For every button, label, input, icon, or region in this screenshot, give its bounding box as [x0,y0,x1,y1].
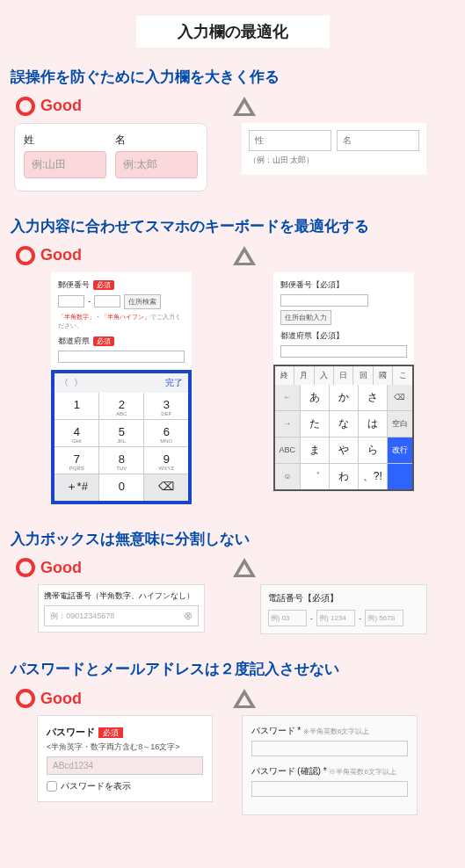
mei-label: 名 [115,133,198,148]
section-heading: パスワードとメールアドレスは２度記入させない [11,659,454,680]
keypad-key[interactable]: 4GHI [54,420,98,446]
phone-part3[interactable]: 例) 5678 [365,610,403,626]
zip2-input[interactable] [94,295,120,307]
keypad-key[interactable]: 7PQRS [54,447,98,474]
address-search-button[interactable]: 住所検索 [124,294,161,309]
password-label: パスワード [47,727,95,737]
suggestion-key[interactable]: 終 [275,366,294,385]
show-password-label: パスワードを表示 [61,780,131,792]
sei-input[interactable]: 例:山田 [24,151,106,178]
clear-icon[interactable]: ⊗ [184,610,193,622]
kana-key[interactable]: ゛ [301,464,329,489]
section-keyboard: 入力内容に合わせてスマホのキーボードを最適化する Good 郵便番号必須 - 住… [11,216,454,504]
keypad-key[interactable]: 1 [54,393,98,419]
pref-input-bad[interactable] [280,345,407,358]
suggestion-key[interactable]: 入 [315,366,333,385]
good-label: Good [40,97,82,115]
done-button[interactable]: 完了 [165,377,183,389]
kana-key[interactable]: わ [330,464,358,489]
section-heading: 誤操作を防ぐために入力欄を大きく作る [11,67,454,88]
example-bad-form: 性 名 （例：山田 太郎） [242,123,426,175]
kana-side-key[interactable]: 空白 [388,411,412,437]
suggestion-key[interactable]: 國 [374,366,392,385]
section-no-split: 入力ボックスは無意味に分割しない Good 携帯電話番号（半角数字、ハイフンなし… [11,529,454,635]
required-badge: 必須 [98,727,123,738]
phone-label: 携帯電話番号（半角数字、ハイフンなし） [44,590,199,602]
zip-note: 「半角数字」・「半角ハイフン」でご入力ください。 [58,313,185,330]
pw2-label: パスワード (確認) * [251,766,327,776]
pw2-input[interactable] [251,781,408,797]
suggestion-key[interactable]: 日 [334,366,352,385]
keypad-key[interactable]: 6MNO [144,420,188,446]
next-icon[interactable]: 〉 [74,378,83,387]
keypad-key[interactable]: 2ABC [99,393,143,419]
keypad-key[interactable]: 5JKL [99,420,143,446]
section-no-repeat: パスワードとメールアドレスは２度記入させない Good パスワード必須 <半角英… [11,659,454,815]
good-label: Good [40,690,82,708]
kana-side-key[interactable] [388,464,412,489]
show-password-checkbox[interactable] [47,781,57,792]
kana-key[interactable]: 、?! [359,464,387,489]
password-good: パスワード必須 <半角英字・数字両方含む8～16文字> ABcd1234 パスワ… [37,715,213,802]
warn-icon [233,558,256,577]
kana-key[interactable]: な [330,411,358,437]
name-hint: （例：山田 太郎） [249,155,419,166]
warn-icon [233,97,256,116]
suggestion-key[interactable]: こ [393,366,411,385]
addr-auto-button[interactable]: 住所自動入力 [280,310,331,325]
phone-field-good: 携帯電話番号（半角数字、ハイフンなし） 例：09012345678 ⊗ [38,584,205,633]
kana-key[interactable]: ら [359,438,387,463]
warn-icon [233,689,256,708]
keypad-key[interactable]: ⌫ [144,474,188,501]
keypad-key[interactable]: ＋*# [54,474,98,501]
keypad-key[interactable]: 8TUV [99,447,143,474]
kana-key[interactable]: は [359,411,387,437]
mei-input-small[interactable]: 名 [337,130,419,151]
kana-side-key[interactable]: ← [275,385,300,410]
kana-key[interactable]: あ [301,385,329,410]
pref-label-bad: 都道府県【必須】 [280,330,407,342]
sei-input-small[interactable]: 性 [249,130,331,151]
section-heading: 入力内容に合わせてスマホのキーボードを最適化する [11,216,454,237]
prev-icon[interactable]: 〈 [60,378,69,387]
kana-side-key[interactable]: ABC [275,438,300,463]
password-input[interactable]: ABcd1234 [47,756,203,775]
phone-part1[interactable]: 例) 03 [268,610,307,626]
phone-good: 郵便番号必須 - 住所検索 「半角数字」・「半角ハイフン」でご入力ください。 都… [51,272,192,504]
suggestion-key[interactable]: 回 [353,366,372,385]
zip-input-bad[interactable] [280,294,368,307]
kana-key[interactable]: や [330,438,358,463]
kana-side-key[interactable]: 改行 [388,438,412,463]
example-good-form: 姓 例:山田 名 例:太郎 [14,123,207,192]
warn-icon [233,246,256,265]
good-icon [16,558,35,577]
mei-input[interactable]: 例:太郎 [115,151,198,178]
pw1-label: パスワード * [251,726,302,735]
pref-input[interactable] [58,351,185,363]
keypad-key[interactable]: 3DEF [144,393,188,419]
suggestion-key[interactable]: 月 [294,366,313,385]
zip-label-bad: 郵便番号【必須】 [280,279,407,291]
phone-input[interactable]: 例：09012345678 ⊗ [44,605,199,626]
kana-key[interactable]: さ [359,385,387,410]
sei-label: 姓 [24,133,106,148]
pw1-input[interactable] [251,741,408,756]
kana-side-key[interactable]: ☺ [275,464,300,489]
keypad-key[interactable]: 0 [99,474,143,501]
section-large-inputs: 誤操作を防ぐために入力欄を大きく作る Good 姓 例:山田 名 例:太郎 [11,67,454,192]
numeric-keypad: 〈〉 完了 1 2ABC3DEF4GHI5JKL6MNO7PQRS8TUV9WX… [51,370,192,504]
zip1-input[interactable] [58,295,84,307]
kana-key[interactable]: ま [301,438,329,463]
pref-label: 都道府県必須 [58,336,185,347]
phone-bad: 郵便番号【必須】 住所自動入力 都道府県【必須】 終月入日回國こ ←あかさ⌫→た… [273,272,414,491]
section-heading: 入力ボックスは無意味に分割しない [11,529,454,550]
kana-key[interactable]: た [301,411,329,437]
good-label: Good [40,559,82,577]
kana-side-key[interactable]: → [275,411,300,437]
phone-part2[interactable]: 例) 1234 [316,610,355,626]
good-icon [16,689,35,708]
kana-side-key[interactable]: ⌫ [388,385,412,410]
kana-key[interactable]: か [330,385,358,410]
keypad-key[interactable]: 9WXYZ [144,447,188,474]
good-icon [16,97,35,116]
